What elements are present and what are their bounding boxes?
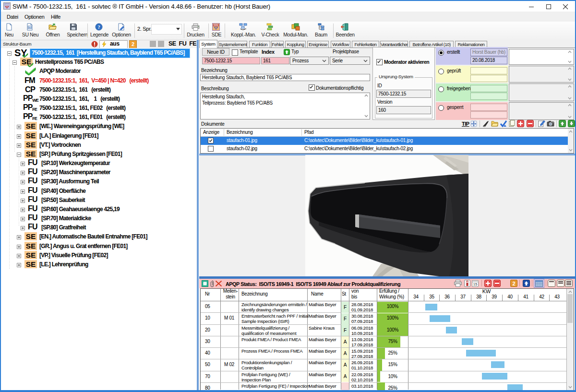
- svg-text:15: 15: [473, 282, 477, 286]
- svg-text:SDE: SDE: [214, 24, 218, 26]
- svg-text:SWM: SWM: [4, 4, 10, 6]
- svg-text:?: ?: [97, 24, 100, 30]
- svg-text:su: su: [28, 26, 31, 29]
